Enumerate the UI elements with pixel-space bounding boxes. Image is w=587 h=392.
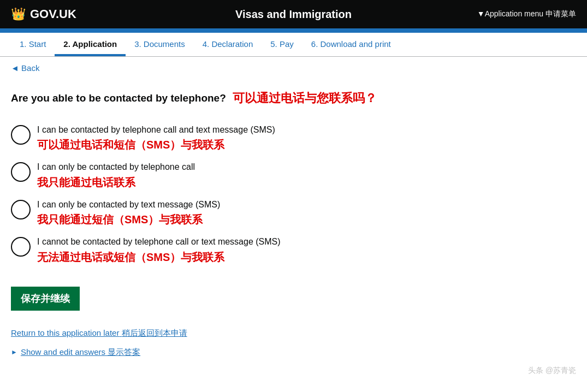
show-answers-english: Show and edit answers [21, 347, 105, 357]
radio-circle-1[interactable] [11, 125, 31, 145]
radio-group: I can be contacted by telephone call and… [11, 120, 481, 269]
option-3-english: I can only be contacted by text message … [37, 199, 220, 211]
option-text-4: I cannot be contacted by telephone call … [37, 236, 281, 264]
option-4-english: I cannot be contacted by telephone call … [37, 236, 281, 248]
radio-circle-3[interactable] [11, 200, 31, 219]
option-text-3: I can only be contacted by text message … [37, 199, 220, 227]
option-1-chinese: 可以通过电话和短信（SMS）与我联系 [37, 137, 275, 152]
return-english: Return to this application later [11, 328, 119, 337]
show-answers-section: ► Show and edit answers 显示答案 [11, 347, 481, 358]
back-label: Back [21, 63, 39, 73]
show-answers-chevron-icon: ► [11, 348, 17, 356]
radio-option-2[interactable]: I can only be contacted by telephone cal… [11, 157, 481, 194]
radio-option-1[interactable]: I can be contacted by telephone call and… [11, 120, 481, 157]
show-answers-link[interactable]: Show and edit answers 显示答案 [21, 347, 140, 358]
question-english: Are you able to be contacted by telephon… [11, 92, 226, 104]
return-link[interactable]: Return to this application later 稍后返回到本申… [11, 328, 187, 337]
application-menu[interactable]: ▼Application menu 申请菜单 [477, 9, 576, 19]
gov-logo[interactable]: 👑 GOV.UK [11, 7, 76, 21]
show-answers-chinese: 显示答案 [108, 347, 140, 357]
blue-bar [0, 28, 587, 33]
page-header: 👑 GOV.UK Visas and Immigration ▼Applicat… [0, 0, 587, 28]
step-declaration[interactable]: 4. Declaration [194, 33, 262, 56]
option-1-english: I can be contacted by telephone call and… [37, 124, 275, 136]
crown-icon: 👑 [11, 7, 26, 21]
option-4-chinese: 无法通过电话或短信（SMS）与我联系 [37, 250, 281, 265]
question-label: Are you able to be contacted by telephon… [11, 90, 481, 106]
step-application[interactable]: 2. Application [55, 33, 126, 56]
step-start[interactable]: 1. Start [11, 33, 55, 56]
back-link[interactable]: ◄ Back [11, 63, 39, 73]
step-download[interactable]: 6. Download and print [303, 33, 400, 56]
back-section: ◄ Back [0, 57, 587, 79]
site-title: Visas and Immigration [235, 8, 352, 21]
logo-text: GOV.UK [30, 7, 76, 21]
option-2-english: I can only be contacted by telephone cal… [37, 161, 195, 173]
main-content: Are you able to be contacted by telephon… [0, 79, 491, 377]
option-3-chinese: 我只能通过短信（SMS）与我联系 [37, 212, 220, 227]
question-chinese: 可以通过电话与您联系吗？ [233, 90, 377, 106]
step-documents[interactable]: 3. Documents [126, 33, 194, 56]
return-link-section: Return to this application later 稍后返回到本申… [11, 328, 481, 338]
progress-nav: 1. Start 2. Application 3. Documents 4. … [0, 33, 587, 57]
radio-circle-4[interactable] [11, 237, 31, 257]
option-text-2: I can only be contacted by telephone cal… [37, 161, 195, 189]
radio-circle-2[interactable] [11, 162, 31, 182]
step-pay[interactable]: 5. Pay [262, 33, 303, 56]
save-button[interactable]: 保存并继续 [11, 287, 80, 311]
option-text-1: I can be contacted by telephone call and… [37, 124, 275, 152]
back-chevron-icon: ◄ [11, 63, 19, 73]
option-2-chinese: 我只能通过电话联系 [37, 175, 195, 190]
radio-option-4[interactable]: I cannot be contacted by telephone call … [11, 231, 481, 269]
return-chinese: 稍后返回到本申请 [122, 328, 187, 337]
radio-option-3[interactable]: I can only be contacted by text message … [11, 194, 481, 231]
